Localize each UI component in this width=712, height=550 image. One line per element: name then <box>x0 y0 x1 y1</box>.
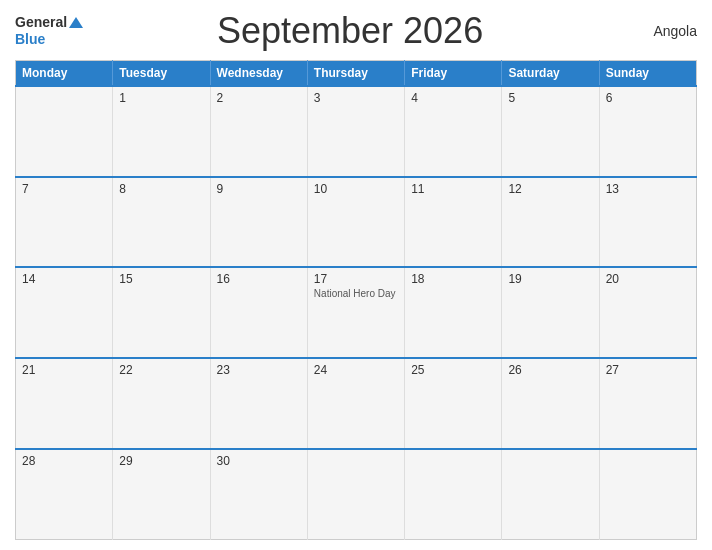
day-number: 14 <box>22 272 106 286</box>
day-header-sunday: Sunday <box>599 61 696 87</box>
day-number: 28 <box>22 454 106 468</box>
logo-blue-text: Blue <box>15 31 45 47</box>
day-number: 18 <box>411 272 495 286</box>
calendar-week-3: 14151617National Hero Day181920 <box>16 267 697 358</box>
calendar-cell <box>307 449 404 540</box>
calendar-cell: 20 <box>599 267 696 358</box>
calendar-cell: 15 <box>113 267 210 358</box>
month-title: September 2026 <box>83 10 617 52</box>
day-number: 6 <box>606 91 690 105</box>
day-number: 23 <box>217 363 301 377</box>
calendar-cell: 28 <box>16 449 113 540</box>
day-header-saturday: Saturday <box>502 61 599 87</box>
day-header-tuesday: Tuesday <box>113 61 210 87</box>
calendar-cell: 4 <box>405 86 502 177</box>
day-number: 13 <box>606 182 690 196</box>
day-number: 15 <box>119 272 203 286</box>
calendar-cell: 23 <box>210 358 307 449</box>
day-number: 29 <box>119 454 203 468</box>
calendar-cell: 27 <box>599 358 696 449</box>
calendar-cell: 29 <box>113 449 210 540</box>
calendar-cell: 14 <box>16 267 113 358</box>
calendar-header: General Blue September 2026 Angola <box>15 10 697 52</box>
calendar-cell: 8 <box>113 177 210 268</box>
day-number: 12 <box>508 182 592 196</box>
calendar-cell: 17National Hero Day <box>307 267 404 358</box>
calendar-cell: 12 <box>502 177 599 268</box>
day-number: 11 <box>411 182 495 196</box>
calendar-cell: 19 <box>502 267 599 358</box>
day-number: 4 <box>411 91 495 105</box>
calendar-cell: 7 <box>16 177 113 268</box>
calendar-cell: 1 <box>113 86 210 177</box>
day-number: 22 <box>119 363 203 377</box>
day-number: 7 <box>22 182 106 196</box>
logo-triangle-icon <box>69 17 83 28</box>
day-number: 9 <box>217 182 301 196</box>
day-header-wednesday: Wednesday <box>210 61 307 87</box>
day-number: 2 <box>217 91 301 105</box>
calendar-cell: 9 <box>210 177 307 268</box>
day-header-monday: Monday <box>16 61 113 87</box>
calendar-cell: 21 <box>16 358 113 449</box>
calendar-cell <box>502 449 599 540</box>
calendar-table: MondayTuesdayWednesdayThursdayFridaySatu… <box>15 60 697 540</box>
day-number: 20 <box>606 272 690 286</box>
calendar-week-4: 21222324252627 <box>16 358 697 449</box>
day-number: 5 <box>508 91 592 105</box>
day-number: 27 <box>606 363 690 377</box>
day-number: 1 <box>119 91 203 105</box>
day-number: 26 <box>508 363 592 377</box>
calendar-cell: 24 <box>307 358 404 449</box>
day-number: 10 <box>314 182 398 196</box>
day-number: 19 <box>508 272 592 286</box>
calendar-cell: 3 <box>307 86 404 177</box>
calendar-cell <box>16 86 113 177</box>
calendar-cell: 18 <box>405 267 502 358</box>
day-number: 30 <box>217 454 301 468</box>
day-number: 25 <box>411 363 495 377</box>
calendar-cell: 10 <box>307 177 404 268</box>
calendar-cell: 2 <box>210 86 307 177</box>
calendar-cell <box>599 449 696 540</box>
calendar-cell: 30 <box>210 449 307 540</box>
calendar-week-2: 78910111213 <box>16 177 697 268</box>
calendar-cell: 11 <box>405 177 502 268</box>
calendar-header-row: MondayTuesdayWednesdayThursdayFridaySatu… <box>16 61 697 87</box>
calendar-week-1: 123456 <box>16 86 697 177</box>
calendar-cell: 22 <box>113 358 210 449</box>
day-number: 24 <box>314 363 398 377</box>
calendar-cell: 5 <box>502 86 599 177</box>
day-number: 3 <box>314 91 398 105</box>
calendar-cell: 6 <box>599 86 696 177</box>
day-number: 16 <box>217 272 301 286</box>
day-header-thursday: Thursday <box>307 61 404 87</box>
country-label: Angola <box>617 23 697 39</box>
day-number: 17 <box>314 272 398 286</box>
calendar-cell: 25 <box>405 358 502 449</box>
day-number: 21 <box>22 363 106 377</box>
logo: General Blue <box>15 14 83 48</box>
day-header-friday: Friday <box>405 61 502 87</box>
calendar-cell <box>405 449 502 540</box>
day-number: 8 <box>119 182 203 196</box>
calendar-cell: 16 <box>210 267 307 358</box>
logo-general-text: General <box>15 14 67 31</box>
calendar-cell: 26 <box>502 358 599 449</box>
holiday-label: National Hero Day <box>314 288 398 299</box>
calendar-week-5: 282930 <box>16 449 697 540</box>
calendar-cell: 13 <box>599 177 696 268</box>
